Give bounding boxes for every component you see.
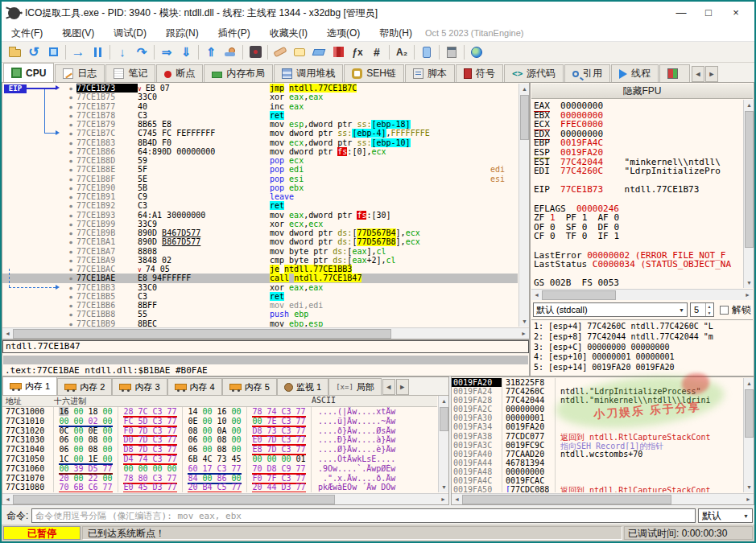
calling-convention-dropdown[interactable]: 默认 (stdcall) ▼ (533, 302, 688, 317)
breakpoint-dot-icon[interactable]: ● (65, 274, 76, 282)
tab-断点[interactable]: 断点 (156, 64, 203, 82)
breakpoint-dot-icon[interactable]: ● (65, 237, 76, 246)
dump-tab-scroll-left-button[interactable]: ◄ (382, 379, 395, 395)
tab-调用堆栈[interactable]: 调用堆栈 (274, 64, 343, 82)
menu-item-7[interactable]: 帮助(H) (370, 24, 422, 42)
breakpoint-dot-icon[interactable]: ● (65, 138, 76, 147)
disasm-row[interactable]: ●77CE1BAEE8 94FFFFFFcall ntdll.77CE1B47 (2, 274, 518, 282)
step-over-icon[interactable]: ↷ (132, 43, 151, 61)
disasm-row[interactable]: ●77CE1B8D59pop ecx (2, 156, 518, 165)
disasm-row[interactable]: ●77CE1B9B890D B467D577mov dword ptr ds:[… (2, 228, 518, 237)
scroll-down-icon[interactable]: ▼ (439, 482, 449, 492)
breakpoint-dot-icon[interactable]: ● (65, 247, 76, 256)
stack-row[interactable]: 0019FA2031B225F8 (452, 378, 742, 387)
argument-line[interactable]: 3: [esp+C] 00000000 00000000 (534, 343, 753, 353)
disasm-row[interactable]: ●77CE1B9364:A1 30000000mov eax,dword ptr… (2, 211, 518, 220)
breakpoint-dot-icon[interactable]: ● (65, 256, 76, 265)
register-line[interactable]: EIP 77CE1B73 ntdll.77CE1B73 (534, 185, 742, 195)
scroll-left-icon[interactable]: ◄ (2, 328, 13, 339)
disasm-row[interactable]: ●77CE1BA93848 02cmp byte ptr ds:[eax+2],… (2, 256, 518, 265)
scroll-left-icon[interactable]: ◄ (2, 494, 13, 504)
disasm-row[interactable]: ●77CE1B838B4D F0mov ecx,dword ptr ss:[eb… (2, 138, 518, 147)
close-button[interactable]: × (722, 4, 750, 22)
stack-row[interactable]: 0019FA2C00000000 (452, 405, 742, 413)
registers-vertical-scrollbar[interactable]: ▲ ▼ (743, 100, 754, 288)
argument-list[interactable]: 1: [esp+4] 77C4260C ntdll.77C4260C "L2: … (531, 319, 753, 375)
globe-icon[interactable] (467, 43, 486, 61)
breakpoint-dot-icon[interactable]: ● (65, 310, 76, 319)
tab-scroll-left-button[interactable]: ◄ (692, 66, 704, 82)
hide-fpu-button[interactable]: 隐藏FPU (531, 84, 753, 99)
stack-row[interactable]: 0019FA4800000000 (452, 467, 742, 476)
scroll-right-icon[interactable]: ► (438, 494, 448, 504)
run-icon[interactable]: → (68, 43, 88, 61)
disasm-row[interactable]: ●77CE1BA78808mov byte ptr ds:[eax],cl (2, 247, 518, 256)
breakpoint-dot-icon[interactable]: ● (65, 129, 76, 138)
step-out-icon[interactable]: ⇑ (201, 43, 221, 61)
menu-item-3[interactable]: 跟踪(N) (156, 24, 209, 42)
disasm-row[interactable]: ●77CE1BB98BECmov ebp,esp (2, 319, 518, 327)
address-info-box[interactable]: ntdll.77CE1B47 (2, 340, 529, 353)
stop-icon[interactable] (43, 43, 63, 61)
breakpoint-dot-icon[interactable]: ● (65, 183, 76, 192)
dump-tab-内存 1[interactable]: 内存 1 (2, 376, 57, 395)
disasm-row[interactable]: ●77CE1B7533C0xor eax,eax (2, 93, 518, 101)
tab-脚本[interactable]: 脚本 (405, 64, 455, 82)
breakpoint-dot-icon[interactable]: ● (65, 156, 76, 165)
scroll-up-icon[interactable]: ▲ (519, 84, 530, 94)
minimize-button[interactable]: — (667, 4, 695, 22)
disasm-row[interactable]: ●77CE1BA1890D B867D577mov dword ptr ds:[… (2, 237, 518, 246)
dump-tab-内存 2[interactable]: 内存 2 (57, 378, 112, 395)
breakpoint-dot-icon[interactable]: ● (65, 265, 76, 274)
dump-row[interactable]: 77C3104006 00 08 00D8 7D C3 7706 00 08 0… (2, 445, 437, 455)
register-line[interactable]: EDI 77C4260C "LdrpInitializePro (534, 167, 742, 176)
scroll-up-icon[interactable]: ▲ (439, 396, 449, 406)
stack-row[interactable]: 0019FA3C0019FC9C指向SEH_Record[1]的指针 (452, 441, 742, 450)
disassembly-horizontal-scrollbar[interactable]: ◄ ► (2, 327, 529, 339)
scroll-right-icon[interactable]: ► (743, 494, 754, 504)
disasm-row[interactable]: ●77CE1BB68BFFmov edi,edi (2, 301, 518, 310)
breakpoint-dot-icon[interactable]: ● (65, 283, 76, 292)
argument-line[interactable]: 4: [esp+10] 00000001 00000001 (534, 352, 753, 363)
menu-item-6[interactable]: 选项(O) (317, 24, 370, 42)
dump-row[interactable]: 77C310200C 00 0E 00F0 7D C3 7708 00 0A 0… (2, 426, 437, 436)
label-icon[interactable] (309, 43, 328, 61)
dump-tab-监视 1[interactable]: 监视 1 (277, 378, 328, 395)
disasm-row[interactable]: ●77CE1BB5C3ret (2, 292, 518, 301)
stack-row[interactable]: 0019FA2877C42044ntdll."minkernel\\ntdll\… (452, 396, 742, 405)
tab-符号[interactable]: 符号 (456, 64, 503, 82)
dump-vertical-scrollbar[interactable]: ▲ ▼ (438, 396, 448, 492)
tab-handles[interactable] (659, 64, 690, 82)
scroll-thumb[interactable] (13, 329, 391, 339)
argument-line[interactable]: 5: [esp+14] 0019FA20 0019FA20 (534, 363, 753, 373)
trace-into-icon[interactable]: ⇓ (176, 43, 196, 61)
scroll-down-icon[interactable]: ▼ (744, 482, 754, 492)
disasm-row[interactable]: ●77CE1BB333C0xor eax,eax (2, 283, 518, 292)
disasm-row[interactable]: ●77CE1B7740inc eax (2, 102, 518, 111)
breakpoint-dot-icon[interactable]: ● (65, 175, 76, 183)
dump-horizontal-scrollbar[interactable]: ◄ ► (2, 493, 448, 504)
menu-item-0[interactable]: 文件(F) (2, 24, 52, 42)
disasm-row[interactable]: ●77CE1B8E5Fpop ediedi (2, 165, 518, 174)
disasm-row[interactable]: ●77CE1B8F5Epop esiesi (2, 175, 518, 183)
breakpoint-dot-icon[interactable]: ● (65, 228, 76, 237)
registers-horizontal-scrollbar[interactable]: ◄ ► (531, 289, 753, 300)
scroll-left-icon[interactable]: ◄ (531, 290, 542, 300)
open-file-icon[interactable] (5, 43, 24, 61)
dump-tab-内存 4[interactable]: 内存 4 (167, 378, 222, 395)
argument-count-spinner[interactable]: 5 ▲▼ (690, 302, 714, 317)
scroll-up-icon[interactable]: ▲ (744, 100, 754, 110)
stack-row[interactable]: 0019FA4C0019FCAC (452, 476, 742, 485)
spinner-arrows-icon[interactable]: ▲▼ (705, 303, 713, 316)
breakpoint-dot-icon[interactable]: ● (65, 211, 76, 220)
stack-vertical-scrollbar[interactable]: ▲ ▼ (743, 378, 754, 492)
hash-icon[interactable]: # (367, 43, 386, 61)
disasm-row[interactable]: ●77CE1B91C9leave (2, 192, 518, 201)
register-list[interactable]: EAX 00000000EBX 00000000ECX FFEC0000EDX … (534, 101, 742, 288)
dump-row[interactable]: 77C3101000 00 02 00FC 5D C3 770E 00 10 0… (2, 417, 437, 426)
stack-row[interactable]: 0019FA2477C4260Cntdll."LdrpInitializePro… (452, 387, 742, 396)
stack-row[interactable]: 0019FA4077CAAD20ntdll.wcstombs+70 (452, 450, 742, 459)
register-line[interactable]: CF 0 TF 0 IF 1 (534, 232, 742, 241)
disasm-row[interactable]: ●77CE1BB855push ebp (2, 310, 518, 319)
disasm-row[interactable]: ●77CE1B905Bpop ebx (2, 183, 518, 192)
